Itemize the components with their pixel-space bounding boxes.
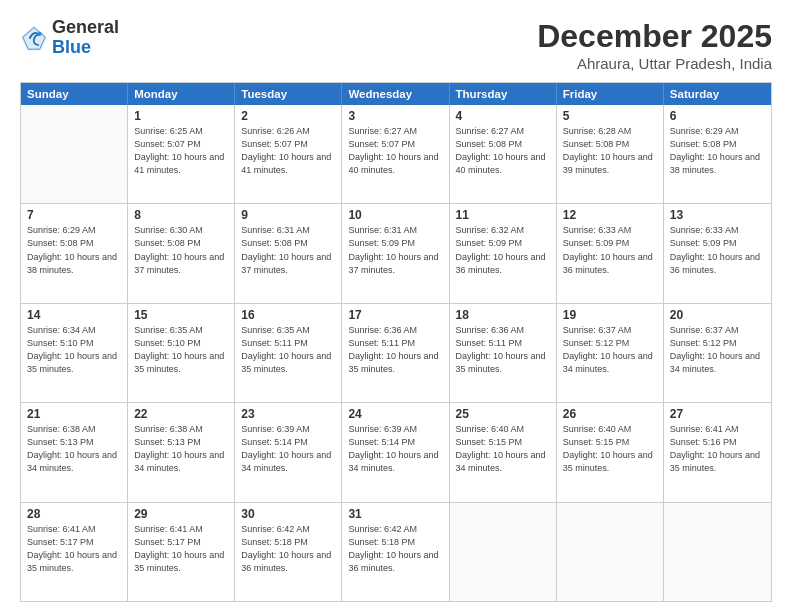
day-number: 25 (456, 407, 550, 421)
day-number: 28 (27, 507, 121, 521)
day-number: 17 (348, 308, 442, 322)
day-number: 21 (27, 407, 121, 421)
day-info: Sunrise: 6:28 AMSunset: 5:08 PMDaylight:… (563, 125, 657, 177)
day-number: 5 (563, 109, 657, 123)
calendar-cell: 21Sunrise: 6:38 AMSunset: 5:13 PMDayligh… (21, 403, 128, 501)
day-number: 9 (241, 208, 335, 222)
day-info: Sunrise: 6:40 AMSunset: 5:15 PMDaylight:… (456, 423, 550, 475)
day-info: Sunrise: 6:31 AMSunset: 5:09 PMDaylight:… (348, 224, 442, 276)
day-number: 8 (134, 208, 228, 222)
calendar-week-1: 1Sunrise: 6:25 AMSunset: 5:07 PMDaylight… (21, 105, 771, 204)
day-number: 14 (27, 308, 121, 322)
day-number: 20 (670, 308, 765, 322)
calendar-cell: 15Sunrise: 6:35 AMSunset: 5:10 PMDayligh… (128, 304, 235, 402)
svg-point-2 (38, 31, 42, 35)
cal-header-wednesday: Wednesday (342, 83, 449, 105)
cal-header-sunday: Sunday (21, 83, 128, 105)
cal-header-monday: Monday (128, 83, 235, 105)
day-info: Sunrise: 6:32 AMSunset: 5:09 PMDaylight:… (456, 224, 550, 276)
day-number: 4 (456, 109, 550, 123)
calendar-cell: 27Sunrise: 6:41 AMSunset: 5:16 PMDayligh… (664, 403, 771, 501)
day-info: Sunrise: 6:42 AMSunset: 5:18 PMDaylight:… (241, 523, 335, 575)
calendar-cell: 9Sunrise: 6:31 AMSunset: 5:08 PMDaylight… (235, 204, 342, 302)
day-info: Sunrise: 6:29 AMSunset: 5:08 PMDaylight:… (27, 224, 121, 276)
cal-header-tuesday: Tuesday (235, 83, 342, 105)
calendar-cell: 16Sunrise: 6:35 AMSunset: 5:11 PMDayligh… (235, 304, 342, 402)
day-info: Sunrise: 6:37 AMSunset: 5:12 PMDaylight:… (670, 324, 765, 376)
calendar-cell: 30Sunrise: 6:42 AMSunset: 5:18 PMDayligh… (235, 503, 342, 601)
calendar-week-2: 7Sunrise: 6:29 AMSunset: 5:08 PMDaylight… (21, 204, 771, 303)
calendar-cell: 3Sunrise: 6:27 AMSunset: 5:07 PMDaylight… (342, 105, 449, 203)
calendar-cell: 8Sunrise: 6:30 AMSunset: 5:08 PMDaylight… (128, 204, 235, 302)
calendar-week-5: 28Sunrise: 6:41 AMSunset: 5:17 PMDayligh… (21, 503, 771, 601)
header: General Blue December 2025 Ahraura, Utta… (20, 18, 772, 72)
day-info: Sunrise: 6:25 AMSunset: 5:07 PMDaylight:… (134, 125, 228, 177)
calendar-cell (450, 503, 557, 601)
logo-blue-text: Blue (52, 38, 119, 58)
calendar-cell: 19Sunrise: 6:37 AMSunset: 5:12 PMDayligh… (557, 304, 664, 402)
day-info: Sunrise: 6:39 AMSunset: 5:14 PMDaylight:… (348, 423, 442, 475)
day-number: 31 (348, 507, 442, 521)
logo-general-text: General (52, 18, 119, 38)
calendar-cell: 26Sunrise: 6:40 AMSunset: 5:15 PMDayligh… (557, 403, 664, 501)
calendar-week-3: 14Sunrise: 6:34 AMSunset: 5:10 PMDayligh… (21, 304, 771, 403)
day-number: 16 (241, 308, 335, 322)
day-info: Sunrise: 6:41 AMSunset: 5:17 PMDaylight:… (27, 523, 121, 575)
day-info: Sunrise: 6:38 AMSunset: 5:13 PMDaylight:… (134, 423, 228, 475)
calendar-cell: 12Sunrise: 6:33 AMSunset: 5:09 PMDayligh… (557, 204, 664, 302)
day-info: Sunrise: 6:35 AMSunset: 5:10 PMDaylight:… (134, 324, 228, 376)
day-number: 23 (241, 407, 335, 421)
cal-header-friday: Friday (557, 83, 664, 105)
day-number: 24 (348, 407, 442, 421)
calendar-cell: 6Sunrise: 6:29 AMSunset: 5:08 PMDaylight… (664, 105, 771, 203)
calendar-week-4: 21Sunrise: 6:38 AMSunset: 5:13 PMDayligh… (21, 403, 771, 502)
day-info: Sunrise: 6:33 AMSunset: 5:09 PMDaylight:… (563, 224, 657, 276)
calendar-cell: 2Sunrise: 6:26 AMSunset: 5:07 PMDaylight… (235, 105, 342, 203)
calendar-cell: 28Sunrise: 6:41 AMSunset: 5:17 PMDayligh… (21, 503, 128, 601)
day-number: 19 (563, 308, 657, 322)
page: General Blue December 2025 Ahraura, Utta… (0, 0, 792, 612)
day-info: Sunrise: 6:31 AMSunset: 5:08 PMDaylight:… (241, 224, 335, 276)
day-info: Sunrise: 6:30 AMSunset: 5:08 PMDaylight:… (134, 224, 228, 276)
day-info: Sunrise: 6:26 AMSunset: 5:07 PMDaylight:… (241, 125, 335, 177)
cal-header-thursday: Thursday (450, 83, 557, 105)
day-info: Sunrise: 6:37 AMSunset: 5:12 PMDaylight:… (563, 324, 657, 376)
calendar-cell (21, 105, 128, 203)
calendar-cell: 10Sunrise: 6:31 AMSunset: 5:09 PMDayligh… (342, 204, 449, 302)
calendar-cell: 1Sunrise: 6:25 AMSunset: 5:07 PMDaylight… (128, 105, 235, 203)
title-block: December 2025 Ahraura, Uttar Pradesh, In… (537, 18, 772, 72)
cal-header-saturday: Saturday (664, 83, 771, 105)
calendar-cell: 24Sunrise: 6:39 AMSunset: 5:14 PMDayligh… (342, 403, 449, 501)
calendar: SundayMondayTuesdayWednesdayThursdayFrid… (20, 82, 772, 602)
day-number: 3 (348, 109, 442, 123)
calendar-header-row: SundayMondayTuesdayWednesdayThursdayFrid… (21, 83, 771, 105)
day-info: Sunrise: 6:39 AMSunset: 5:14 PMDaylight:… (241, 423, 335, 475)
calendar-cell: 18Sunrise: 6:36 AMSunset: 5:11 PMDayligh… (450, 304, 557, 402)
day-info: Sunrise: 6:33 AMSunset: 5:09 PMDaylight:… (670, 224, 765, 276)
calendar-cell: 14Sunrise: 6:34 AMSunset: 5:10 PMDayligh… (21, 304, 128, 402)
calendar-cell (557, 503, 664, 601)
calendar-cell: 4Sunrise: 6:27 AMSunset: 5:08 PMDaylight… (450, 105, 557, 203)
day-number: 15 (134, 308, 228, 322)
day-number: 2 (241, 109, 335, 123)
day-info: Sunrise: 6:27 AMSunset: 5:08 PMDaylight:… (456, 125, 550, 177)
day-number: 1 (134, 109, 228, 123)
main-title: December 2025 (537, 18, 772, 55)
calendar-cell: 13Sunrise: 6:33 AMSunset: 5:09 PMDayligh… (664, 204, 771, 302)
day-number: 27 (670, 407, 765, 421)
day-number: 26 (563, 407, 657, 421)
day-info: Sunrise: 6:36 AMSunset: 5:11 PMDaylight:… (348, 324, 442, 376)
calendar-cell: 7Sunrise: 6:29 AMSunset: 5:08 PMDaylight… (21, 204, 128, 302)
calendar-cell: 5Sunrise: 6:28 AMSunset: 5:08 PMDaylight… (557, 105, 664, 203)
logo-icon (20, 24, 48, 52)
day-number: 11 (456, 208, 550, 222)
subtitle: Ahraura, Uttar Pradesh, India (537, 55, 772, 72)
day-number: 12 (563, 208, 657, 222)
day-info: Sunrise: 6:41 AMSunset: 5:17 PMDaylight:… (134, 523, 228, 575)
logo-text: General Blue (52, 18, 119, 58)
day-number: 29 (134, 507, 228, 521)
calendar-cell: 29Sunrise: 6:41 AMSunset: 5:17 PMDayligh… (128, 503, 235, 601)
calendar-cell: 31Sunrise: 6:42 AMSunset: 5:18 PMDayligh… (342, 503, 449, 601)
day-number: 7 (27, 208, 121, 222)
calendar-cell: 25Sunrise: 6:40 AMSunset: 5:15 PMDayligh… (450, 403, 557, 501)
